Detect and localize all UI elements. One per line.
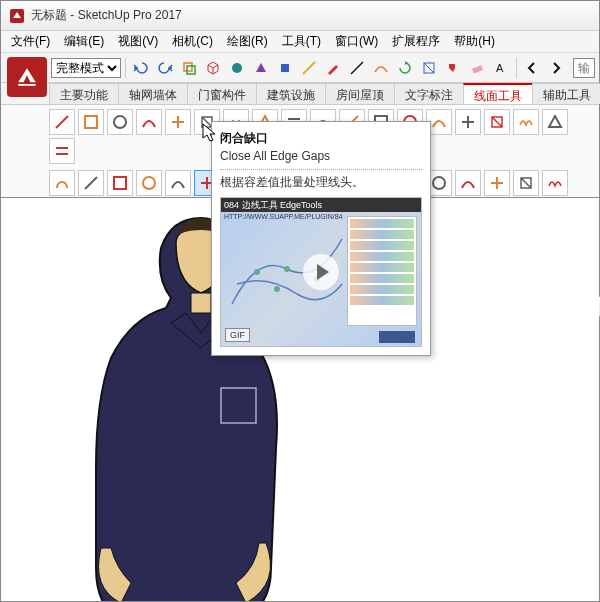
preview-side-panel [347,216,417,326]
redo-icon[interactable] [154,57,176,79]
palette-tool[interactable] [78,170,104,196]
menubar: 文件(F) 编辑(E) 视图(V) 相机(C) 绘图(R) 工具(T) 窗口(W… [1,31,599,53]
svg-rect-13 [114,177,126,189]
text-icon[interactable]: A [490,57,512,79]
copy-icon[interactable] [178,57,200,79]
palette-tool[interactable] [455,109,481,135]
menu-window[interactable]: 窗口(W) [329,31,384,52]
menu-tools[interactable]: 工具(T) [276,31,327,52]
svg-rect-3 [187,66,195,74]
menu-help[interactable]: 帮助(H) [448,31,501,52]
menu-camera[interactable]: 相机(C) [166,31,219,52]
svg-point-14 [143,177,155,189]
palette-tool[interactable] [513,109,539,135]
palette-tool[interactable] [78,109,104,135]
eraser-icon[interactable] [466,57,488,79]
svg-rect-7 [472,65,483,73]
palette-tool[interactable] [136,170,162,196]
palette-tool[interactable] [136,109,162,135]
ribbon-tabs: 主要功能 轴网墙体 门窗构件 建筑设施 房间屋顶 文字标注 线面工具 辅助工具 … [1,83,599,105]
undo-icon[interactable] [130,57,152,79]
tab-text-dim[interactable]: 文字标注 [394,83,464,104]
separator [125,58,126,78]
palette-tool[interactable] [107,170,133,196]
scale-icon[interactable] [418,57,440,79]
app-window: 无标题 - SketchUp Pro 2017 文件(F) 编辑(E) 视图(V… [0,0,600,602]
nav-prev-icon[interactable] [521,57,543,79]
palette-tool[interactable] [49,170,75,196]
pyramid-icon[interactable] [250,57,272,79]
search-input[interactable] [573,58,595,78]
svg-rect-2 [184,63,192,71]
palette-tool[interactable] [49,109,75,135]
cube-icon[interactable] [274,57,296,79]
menu-file[interactable]: 文件(F) [5,31,56,52]
titlebar: 无标题 - SketchUp Pro 2017 [1,1,599,31]
arc-icon[interactable] [370,57,392,79]
palette-tool[interactable] [484,170,510,196]
tab-axis-wall[interactable]: 轴网墙体 [118,83,188,104]
svg-point-4 [232,63,242,73]
tooltip-subtitle: Close All Edge Gaps [220,149,422,163]
tab-aux[interactable]: 辅助工具 [532,83,600,104]
tab-line-face[interactable]: 线面工具 [463,83,533,104]
separator [516,58,517,78]
paint-icon[interactable] [442,57,464,79]
measure-icon[interactable] [298,57,320,79]
gif-badge: GIF [225,328,250,342]
tooltip-popup: 闭合缺口 Close All Edge Gaps 根据容差值批量处理线头。 08… [211,121,431,356]
palette-tool[interactable] [165,109,191,135]
main-toolbar: 完整模式 A [1,53,599,83]
svg-point-16 [433,177,445,189]
pencil-icon[interactable] [322,57,344,79]
rotate-icon[interactable] [394,57,416,79]
menu-draw[interactable]: 绘图(R) [221,31,274,52]
app-icon [9,8,25,24]
svg-point-23 [284,266,290,272]
window-title: 无标题 - SketchUp Pro 2017 [31,7,182,24]
svg-point-22 [254,269,260,275]
tab-room-roof[interactable]: 房间屋顶 [325,83,395,104]
svg-rect-9 [85,116,97,128]
suapp-logo-icon[interactable] [7,57,47,97]
suapp-badge-icon [379,331,415,343]
palette-tool[interactable] [165,170,191,196]
palette-tool[interactable] [484,109,510,135]
menu-edit[interactable]: 编辑(E) [58,31,110,52]
menu-view[interactable]: 视图(V) [112,31,164,52]
palette-tool[interactable] [107,109,133,135]
palette-tool[interactable] [513,170,539,196]
line-icon[interactable] [346,57,368,79]
menu-extensions[interactable]: 扩展程序 [386,31,446,52]
command-search [573,58,595,78]
tooltip-preview: 084 边线工具 EdgeTools HTTP://WWW.SUAPP.ME/P… [220,197,422,347]
svg-point-25 [274,286,280,292]
palette-tool[interactable] [542,170,568,196]
tooltip-title: 闭合缺口 [220,130,422,147]
box-icon[interactable] [202,57,224,79]
nav-next-icon[interactable] [545,57,567,79]
svg-point-10 [114,116,126,128]
cursor-icon [201,122,219,144]
tooltip-description: 根据容差值批量处理线头。 [220,174,422,191]
preview-banner: 084 边线工具 EdgeTools [221,198,421,212]
tab-main[interactable]: 主要功能 [49,83,119,104]
palette-tool[interactable] [542,109,568,135]
sphere-icon[interactable] [226,57,248,79]
palette-tool[interactable] [49,138,75,164]
mode-select[interactable]: 完整模式 [51,58,121,78]
tab-door-window[interactable]: 门窗构件 [187,83,257,104]
svg-rect-5 [281,64,289,72]
svg-text:A: A [496,62,504,74]
svg-rect-1 [18,84,36,86]
play-icon [303,254,339,290]
palette-tool[interactable] [455,170,481,196]
divider [220,169,422,170]
preview-banner-left: 084 边线工具 EdgeTools [224,199,322,211]
tab-building[interactable]: 建筑设施 [256,83,326,104]
